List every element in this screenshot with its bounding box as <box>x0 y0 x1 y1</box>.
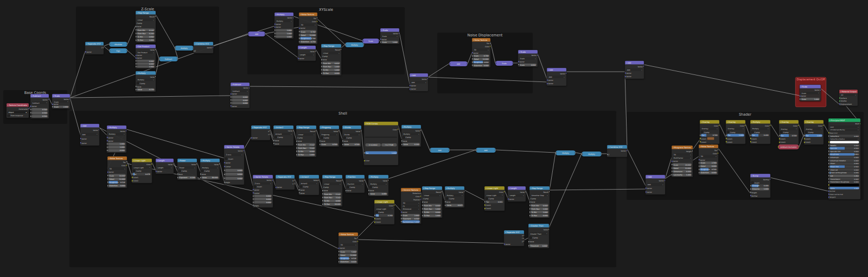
socket[interactable] <box>719 125 719 127</box>
node-combine-xyz[interactable]: ▾Combine XYZVectorZ <box>194 42 213 53</box>
checkbox[interactable]: Invert <box>224 156 244 160</box>
socket[interactable] <box>828 150 829 152</box>
socket[interactable] <box>318 180 319 181</box>
checkbox-box[interactable] <box>375 211 378 213</box>
value-field[interactable]: Threshold0.000 <box>528 244 549 248</box>
socket[interactable] <box>299 37 299 39</box>
value-field[interactable]: Value0.230 <box>136 88 156 91</box>
socket[interactable] <box>253 196 253 197</box>
socket[interactable] <box>529 208 530 210</box>
node-add[interactable]: Add <box>449 61 468 66</box>
socket[interactable] <box>524 235 524 236</box>
socket[interactable] <box>472 58 473 60</box>
node-editor-canvas[interactable]: Z-ScaleXYScaleNoise DisplacementBase Coo… <box>0 0 868 277</box>
socket[interactable] <box>566 73 566 74</box>
socket[interactable] <box>103 47 104 49</box>
socket[interactable] <box>422 205 423 206</box>
checkbox-box[interactable] <box>369 186 372 188</box>
checkbox-box[interactable] <box>805 131 807 133</box>
socket[interactable] <box>472 55 473 57</box>
socket[interactable] <box>490 46 490 47</box>
socket[interactable] <box>315 51 316 52</box>
socket[interactable] <box>159 58 159 60</box>
socket[interactable] <box>422 215 423 217</box>
node-map-range[interactable]: ▾Map RangeResultSmoother Step▾ClampValue… <box>529 186 550 218</box>
socket[interactable] <box>126 130 126 132</box>
socket[interactable] <box>296 154 297 156</box>
socket[interactable] <box>420 196 421 197</box>
node-multiply[interactable]: Multiply <box>556 150 576 155</box>
socket[interactable] <box>275 29 275 31</box>
node-map-range[interactable]: ▾Map RangeResultLinear▾ClampValueFrom Mi… <box>296 125 316 157</box>
checkbox-box[interactable] <box>300 185 302 187</box>
socket[interactable] <box>422 208 423 210</box>
checkbox-box[interactable] <box>321 137 323 139</box>
socket[interactable] <box>828 148 829 149</box>
node-noise-texture[interactable]: ▾Noise TextureFacColor3D▾VectorScale10.0… <box>107 156 127 188</box>
socket[interactable] <box>779 135 780 136</box>
socket[interactable] <box>672 167 672 169</box>
socket[interactable] <box>399 33 399 34</box>
node-multiply[interactable]: ▾MultiplyVectorMultiply▾VectorVector1.00… <box>275 12 293 39</box>
socket[interactable] <box>136 29 136 31</box>
node-divide[interactable]: ▾DivideValueDivide▾ClampValueValue0.500 <box>342 125 361 147</box>
socket[interactable] <box>294 180 295 181</box>
slider[interactable]: Fac1.000 <box>364 149 398 156</box>
checkbox-box[interactable] <box>8 115 10 117</box>
socket[interactable] <box>699 166 699 167</box>
socket[interactable] <box>213 47 213 48</box>
socket[interactable] <box>380 41 381 43</box>
socket[interactable] <box>398 129 398 130</box>
socket[interactable] <box>672 174 672 176</box>
node-map-range[interactable]: ▾Map RangeResultLinear▾ClampValueFrom Mi… <box>321 44 341 75</box>
node-multiply[interactable]: Multiply <box>345 42 364 47</box>
node-multiply[interactable]: ▾MultiplyVectorMultiply▾VectorVector1.00… <box>107 125 126 153</box>
node-multiply[interactable]: Multiply <box>175 46 194 51</box>
socket[interactable] <box>231 99 231 101</box>
node-dot-product[interactable]: ▾Dot ProductValueDot Product▾VectorVecto… <box>136 45 156 68</box>
socket[interactable] <box>828 144 829 146</box>
socket[interactable] <box>173 163 174 165</box>
socket[interactable] <box>699 172 699 174</box>
node-multiply[interactable]: ▾MultiplyColorMultiply▾ClampFac0.400Colo… <box>750 120 770 144</box>
checkbox-box[interactable] <box>780 131 782 133</box>
value-field[interactable]: Lacunarity1.400 <box>672 173 693 177</box>
socket[interactable] <box>484 201 485 203</box>
operation-dropdown[interactable]: Length▾ <box>508 194 526 198</box>
socket[interactable] <box>322 193 323 195</box>
value-field[interactable]: 0.000 <box>224 172 244 176</box>
socket[interactable] <box>136 66 136 67</box>
socket[interactable] <box>30 112 31 114</box>
socket[interactable] <box>107 178 108 180</box>
value-field[interactable]: To Max0.000 <box>529 214 550 217</box>
node-map-range[interactable]: ▾Map RangeResultLinear▾ClampValueFrom Mi… <box>322 175 342 206</box>
value-field[interactable]: 1.000 <box>136 65 156 68</box>
socket[interactable] <box>231 96 231 98</box>
socket[interactable] <box>525 191 526 193</box>
socket[interactable] <box>339 261 339 263</box>
socket[interactable] <box>296 150 297 152</box>
socket[interactable] <box>339 254 339 256</box>
checkbox-box[interactable] <box>275 136 277 138</box>
node-subtract[interactable]: ▾SubtractVectorSubtract▾Vector0.5000.500… <box>30 94 49 118</box>
socket[interactable] <box>224 174 225 175</box>
node-sign[interactable]: Sign <box>109 48 127 53</box>
value-field[interactable]: Value0.200 <box>401 143 421 146</box>
socket[interactable] <box>504 191 505 193</box>
node-rgb-curves[interactable]: ▾RGB CurvesColorX 0.24042Y 0.77508Fac1.0… <box>364 122 398 165</box>
socket[interactable] <box>109 50 110 52</box>
checkbox-box[interactable] <box>529 236 532 238</box>
value-field[interactable]: Distortion0.000 <box>107 184 127 187</box>
value-field[interactable]: Exponent0.100 <box>177 176 197 179</box>
node-principled-bsdf[interactable]: ▾Principled BSDFBSDFGGX▾Christensen-Burl… <box>828 118 860 199</box>
socket[interactable] <box>342 180 342 181</box>
socket[interactable] <box>244 150 244 152</box>
socket[interactable] <box>420 199 421 200</box>
socket[interactable] <box>30 116 31 117</box>
checkbox-box[interactable] <box>727 131 729 133</box>
socket[interactable] <box>823 125 824 127</box>
socket[interactable] <box>253 198 253 200</box>
socket[interactable] <box>317 21 317 22</box>
socket[interactable] <box>672 164 672 166</box>
socket[interactable] <box>253 202 253 203</box>
